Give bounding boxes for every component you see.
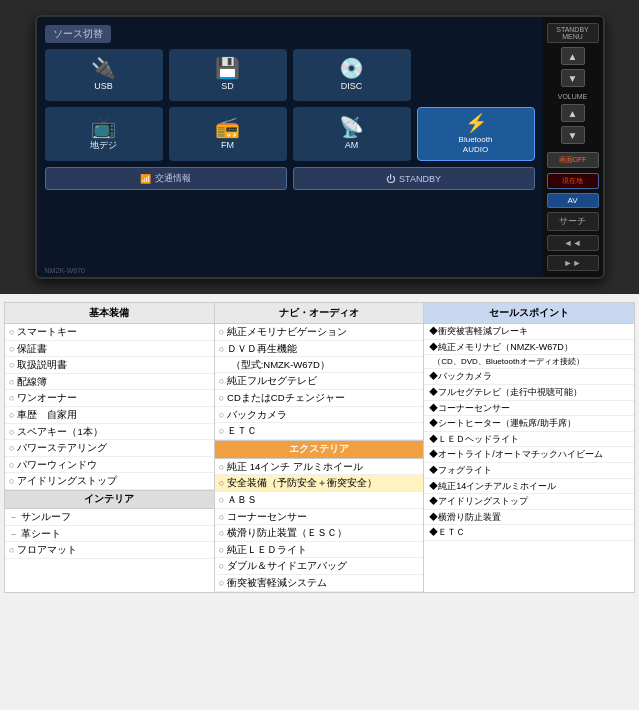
list-item: ○スペアキー（1本） xyxy=(5,424,214,441)
interior-subheader: インテリア xyxy=(5,490,214,509)
list-item: ◆横滑り防止装置 xyxy=(424,510,634,526)
list-item: ◆オートライト/オートマチックハイビーム xyxy=(424,447,634,463)
list-item: ◆純正14インチアルミホイール xyxy=(424,479,634,495)
vol-up-btn[interactable]: ▲ xyxy=(561,104,585,122)
col3-header: セールスポイント xyxy=(424,303,634,324)
list-item: ○車歴 自家用 xyxy=(5,407,214,424)
col2-header: ナビ・オーディオ xyxy=(215,303,424,324)
list-item: ○横滑り防止装置（ＥＳＣ） xyxy=(215,525,424,542)
bottom-buttons: 📶 交通情報 ⏻ STANDBY xyxy=(45,167,535,190)
traffic-info-btn[interactable]: 📶 交通情報 xyxy=(45,167,287,190)
side-controls: STANDBYMENU ▲ ▼ VOLUME ▲ ▼ 画面OFF 現在地 AV … xyxy=(543,17,603,277)
bluetooth-label: BluetoothAUDIO xyxy=(459,135,493,154)
chidegi-symbol: 📺 xyxy=(91,117,116,137)
list-item: ○保証書 xyxy=(5,341,214,358)
standby-label: STANDBY xyxy=(399,174,441,184)
list-item: ◆バックカメラ xyxy=(424,369,634,385)
list-item: ◆アイドリングストップ xyxy=(424,494,634,510)
volume-label: VOLUME xyxy=(558,93,588,100)
empty-slot xyxy=(417,49,535,101)
list-item: ○純正 14インチ アルミホイール xyxy=(215,459,424,476)
col-navi-audio: ナビ・オーディオ ○純正メモリナビゲーション ○ＤＶＤ再生機能 （型式:NMZK… xyxy=(215,303,425,592)
list-item: ○純正フルセグテレビ xyxy=(215,373,424,390)
skip-back-btn[interactable]: ◄◄ xyxy=(547,235,599,251)
list-item: ○スマートキー xyxy=(5,324,214,341)
traffic-icon: 📶 xyxy=(140,174,151,184)
exterior-subheader: エクステリア xyxy=(215,440,424,459)
sd-label: SD xyxy=(221,81,234,92)
list-item: ○ＥＴＣ xyxy=(215,423,424,440)
specs-table: 基本装備 ○スマートキー ○保証書 ○取扱説明書 ○配線簿 ○ワンオーナー ○車… xyxy=(4,302,635,593)
display-off-btn[interactable]: 画面OFF xyxy=(547,152,599,168)
sd-icon-btn[interactable]: 💾 SD xyxy=(169,49,287,101)
list-item: ○CDまたはCDチェンジャー xyxy=(215,390,424,407)
list-item: ◆ＥＴＣ xyxy=(424,525,634,541)
list-item: －サンルーフ xyxy=(5,509,214,526)
disc-icon-btn[interactable]: 💿 DISC xyxy=(293,49,411,101)
usb-icon-btn[interactable]: 🔌 USB xyxy=(45,49,163,101)
table-layout: 基本装備 ○スマートキー ○保証書 ○取扱説明書 ○配線簿 ○ワンオーナー ○車… xyxy=(5,303,634,592)
col-sales-point: セールスポイント ◆衝突被害軽減ブレーキ ◆純正メモリナビ（NMZK-W67D）… xyxy=(424,303,634,592)
standby-icon: ⏻ xyxy=(386,174,395,184)
list-item: ○パワーステアリング xyxy=(5,440,214,457)
list-item: ○ＡＢＳ xyxy=(215,492,424,509)
list-item: ◆ＬＥＤヘッドライト xyxy=(424,432,634,448)
stereo-unit: ソース切替 🔌 USB 💾 SD 💿 DISC xyxy=(35,15,605,279)
disc-symbol: 💿 xyxy=(339,58,364,78)
search-btn[interactable]: サーチ xyxy=(547,212,599,231)
standby-menu-label[interactable]: STANDBYMENU xyxy=(547,23,599,43)
list-item: ◆純正メモリナビ（NMZK-W67D） xyxy=(424,340,634,356)
list-item: ◆衝突被害軽減ブレーキ xyxy=(424,324,634,340)
list-item: ○フロアマット xyxy=(5,542,214,559)
bluetooth-audio-btn[interactable]: ⚡ BluetoothAUDIO xyxy=(417,107,535,161)
list-item: ◆フルセグテレビ（走行中視聴可能） xyxy=(424,385,634,401)
col1-header: 基本装備 xyxy=(5,303,214,324)
list-item: ○安全装備（予防安全＋衝突安全） xyxy=(215,475,424,492)
chidegi-icon-btn[interactable]: 📺 地デジ xyxy=(45,107,163,161)
usb-label: USB xyxy=(94,81,113,92)
list-item: ○純正メモリナビゲーション xyxy=(215,324,424,341)
list-item: ◆シートヒーター（運転席/助手席） xyxy=(424,416,634,432)
list-item: ○ＤＶＤ再生機能 xyxy=(215,341,424,358)
list-item: ○バックカメラ xyxy=(215,407,424,424)
skip-forward-btn[interactable]: ►► xyxy=(547,255,599,271)
list-item: ○パワーウィンドウ xyxy=(5,457,214,474)
chidegi-label: 地デジ xyxy=(90,140,117,151)
screen-area: ソース切替 🔌 USB 💾 SD 💿 DISC xyxy=(37,17,543,277)
col-basic-equipment: 基本装備 ○スマートキー ○保証書 ○取扱説明書 ○配線簿 ○ワンオーナー ○車… xyxy=(5,303,215,592)
list-item: ◆コーナーセンサー xyxy=(424,401,634,417)
media-icons-grid: 🔌 USB 💾 SD 💿 DISC 📺 地デジ xyxy=(45,49,535,161)
nav-down-btn[interactable]: ▼ xyxy=(561,69,585,87)
vol-down-btn[interactable]: ▼ xyxy=(561,126,585,144)
fm-icon-btn[interactable]: 📻 FM xyxy=(169,107,287,161)
fm-symbol: 📻 xyxy=(215,117,240,137)
list-item: ○ワンオーナー xyxy=(5,390,214,407)
fm-label: FM xyxy=(221,140,234,151)
sd-symbol: 💾 xyxy=(215,58,240,78)
usb-symbol: 🔌 xyxy=(91,58,116,78)
list-item: ○純正ＬＥＤライト xyxy=(215,542,424,559)
traffic-label: 交通情報 xyxy=(155,172,191,185)
av-btn[interactable]: 現在地 xyxy=(547,173,599,189)
am-symbol: 📡 xyxy=(339,117,364,137)
list-item: （型式:NMZK-W67D） xyxy=(215,357,424,373)
screen-header: ソース切替 xyxy=(45,25,535,43)
nav-up-btn[interactable]: ▲ xyxy=(561,47,585,65)
list-item: ○衝突被害軽減システム xyxy=(215,575,424,592)
av-mode-btn[interactable]: AV xyxy=(547,193,599,208)
model-label: NMZK-W670 xyxy=(45,267,85,274)
am-icon-btn[interactable]: 📡 AM xyxy=(293,107,411,161)
am-label: AM xyxy=(345,140,359,151)
disc-label: DISC xyxy=(341,81,363,92)
list-item: （CD、DVD、Bluetoothオーディオ接続） xyxy=(424,355,634,369)
list-item: ○配線簿 xyxy=(5,374,214,391)
source-switch-button[interactable]: ソース切替 xyxy=(45,25,111,43)
standby-btn[interactable]: ⏻ STANDBY xyxy=(293,167,535,190)
list-item: ○アイドリングストップ xyxy=(5,473,214,490)
list-item: ○ダブル＆サイドエアバッグ xyxy=(215,558,424,575)
car-photo-section: ソース切替 🔌 USB 💾 SD 💿 DISC xyxy=(0,0,639,294)
list-item: ○取扱説明書 xyxy=(5,357,214,374)
list-item: ◆フォグライト xyxy=(424,463,634,479)
list-item: ○コーナーセンサー xyxy=(215,509,424,526)
bluetooth-symbol: ⚡ xyxy=(465,114,487,132)
